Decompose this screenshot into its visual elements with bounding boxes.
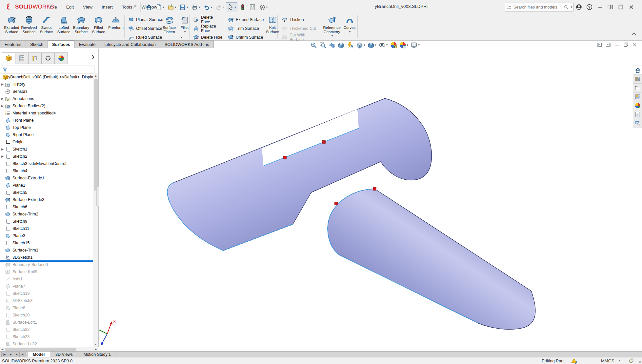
tree-item-surface-loft2[interactable]: Surface-Loft2: [0, 340, 93, 347]
design-library-button[interactable]: [633, 75, 642, 84]
filled-surface-button[interactable]: FilledSurface: [90, 15, 108, 34]
section-view-button[interactable]: [337, 41, 345, 49]
vertex-marker[interactable]: [373, 188, 376, 191]
print-button[interactable]: ▾: [190, 2, 202, 12]
surface-body-main[interactable]: [167, 98, 431, 251]
options-button[interactable]: ▾: [258, 2, 269, 12]
doc-restore-icon[interactable]: [623, 42, 629, 47]
panel-tab-configurationmanager[interactable]: [29, 52, 42, 64]
tree-item-sketch4[interactable]: Sketch4: [0, 167, 93, 174]
tab-lifecycle-and-collaboration[interactable]: Lifecycle and Collaboration: [100, 40, 160, 48]
dropdown-icon[interactable]: ▾: [375, 44, 377, 47]
view-orientation-button[interactable]: ▾: [355, 41, 366, 49]
rebuild-button[interactable]: [238, 2, 247, 12]
boundary-surface-button[interactable]: BoundarySurface: [72, 15, 90, 34]
knit-surface-button[interactable]: KnitSurface: [265, 15, 280, 34]
edit-appearance-button[interactable]: [390, 41, 398, 49]
trim-surface-button[interactable]: Trim Surface: [226, 24, 266, 33]
tree-vertical-scrollbar[interactable]: ▲ ▼: [93, 73, 98, 347]
tree-item-sketch19[interactable]: Sketch19: [0, 290, 93, 297]
new-document-button[interactable]: ▾: [154, 2, 166, 12]
window-split-icon[interactable]: [607, 4, 613, 10]
expand-arrow-icon[interactable]: ▶: [0, 148, 5, 151]
tree-item-sketch3-sideelevationcontrol[interactable]: Sketch3-sideElevationControl: [0, 160, 93, 167]
maximize-icon[interactable]: [618, 4, 624, 10]
thicken-button[interactable]: Thicken: [280, 15, 320, 24]
forum-button[interactable]: [633, 119, 642, 128]
scrollbar-thumb[interactable]: [94, 79, 98, 191]
custom-properties-button[interactable]: [633, 110, 642, 119]
dropdown-icon[interactable]: ▾: [211, 6, 212, 9]
scrollbar-thumb[interactable]: [5, 348, 76, 351]
panel-tab-displaymanager[interactable]: [55, 52, 68, 64]
surface-flatten-button[interactable]: SurfaceFlatten: [159, 15, 179, 34]
tree-item-sketch11[interactable]: Sketch11: [0, 225, 93, 232]
doc-tab-model[interactable]: Model: [27, 352, 50, 357]
search-box[interactable]: ▾: [505, 3, 574, 11]
search-input[interactable]: [513, 5, 562, 10]
doc-tab-motion-study-1[interactable]: Motion Study 1: [78, 352, 116, 357]
display-style-button[interactable]: ▾: [367, 41, 377, 49]
extend-surface-button[interactable]: Extend Surface: [226, 15, 266, 24]
revolved-surface-button[interactable]: RevolvedSurface: [20, 15, 38, 34]
panel-tab-propertymanager[interactable]: [15, 52, 29, 64]
tree-item-front-plane[interactable]: Front Plane: [0, 117, 93, 124]
appearances-button[interactable]: [633, 101, 642, 110]
hide-show-items-button[interactable]: ▾: [378, 41, 389, 49]
tree-item-3dsketch1[interactable]: 3D3DSketch1: [0, 254, 93, 261]
redo-button[interactable]: ▾: [214, 2, 226, 12]
units-selector[interactable]: MMGS: [601, 358, 614, 363]
tree-item-boundary-surface6[interactable]: Boundary-Surface6: [0, 261, 93, 268]
expand-arrow-icon[interactable]: ▶: [0, 155, 5, 158]
menu-insert[interactable]: Insert: [98, 3, 117, 11]
tree-item-sketch2[interactable]: ▶Sketch2: [0, 153, 93, 160]
tree-item-plane1[interactable]: Plane1: [0, 182, 93, 189]
dynamic-annotation-views-button[interactable]: A: [346, 41, 354, 49]
vertex-markers[interactable]: [284, 141, 376, 205]
dropdown-icon[interactable]: ▾: [349, 30, 351, 33]
tree-item-sketch20[interactable]: Sketch20: [0, 312, 93, 319]
tree-item-surface-loft1[interactable]: Surface-Loft1: [0, 319, 93, 326]
replace-face-button[interactable]: Replace Face: [191, 24, 224, 33]
untrim-surface-button[interactable]: Untrim Surface: [226, 33, 266, 42]
first-tab-button[interactable]: |◀: [1, 352, 7, 357]
menu-edit[interactable]: Edit: [62, 3, 78, 11]
home-button[interactable]: [633, 66, 642, 75]
tree-item-sketch15[interactable]: Sketch15: [0, 239, 93, 247]
tree-item-annotations[interactable]: ▶AAnnotations: [0, 95, 93, 102]
tree-item-sketch22[interactable]: Sketch22: [0, 326, 93, 333]
tree-item-plane8[interactable]: Plane8: [0, 304, 93, 312]
user-account-icon[interactable]: [576, 4, 582, 10]
tree-item-origin[interactable]: Origin: [0, 138, 93, 146]
dropdown-icon[interactable]: ▾: [331, 34, 333, 37]
extruded-surface-button[interactable]: ExtrudedSurface: [3, 15, 21, 34]
next-tab-button[interactable]: ▶: [14, 352, 20, 357]
select-button[interactable]: ▾: [226, 2, 237, 12]
tree-filter-box[interactable]: [1, 66, 94, 73]
dropdown-icon[interactable]: ▾: [175, 6, 176, 9]
tree-item-surface-trim2[interactable]: Surface-Trim2: [0, 211, 93, 218]
dropdown-icon[interactable]: ▾: [407, 44, 409, 47]
scroll-up-icon[interactable]: ▲: [93, 73, 98, 78]
search-dropdown-icon[interactable]: ▾: [571, 6, 572, 9]
search-icon[interactable]: [564, 5, 569, 10]
reference-geometry-button[interactable]: ReferenceGeometry▾: [321, 15, 342, 38]
fillet-button[interactable]: Fillet▾: [178, 15, 191, 34]
tree-item-plane7[interactable]: Plane7: [0, 283, 93, 290]
tab-sketch[interactable]: Sketch: [26, 40, 48, 48]
expand-arrow-icon[interactable]: ▶: [0, 104, 5, 108]
tree-item-surface-extrude1[interactable]: Surface-Extrude1: [0, 174, 93, 182]
tree-item-top-plane[interactable]: Top Plane: [0, 124, 93, 131]
curves-button[interactable]: Curves▾: [342, 15, 357, 34]
dropdown-icon[interactable]: ▾: [234, 6, 236, 9]
vertex-marker[interactable]: [284, 156, 287, 159]
tab-features[interactable]: Features: [0, 40, 26, 48]
tree-item-surface-bodies-2-[interactable]: ▶Surface Bodies(2): [0, 102, 93, 110]
doc-minimize-icon[interactable]: [614, 42, 620, 47]
freeform-button[interactable]: Freeform: [107, 15, 125, 30]
menu-file[interactable]: File: [46, 3, 61, 11]
panel-tab-featuremanager[interactable]: [2, 52, 15, 64]
zoom-to-fit-button[interactable]: [310, 41, 318, 49]
units-dropdown-icon[interactable]: ▲: [618, 359, 621, 362]
swept-surface-button[interactable]: SweptSurface: [37, 15, 55, 34]
